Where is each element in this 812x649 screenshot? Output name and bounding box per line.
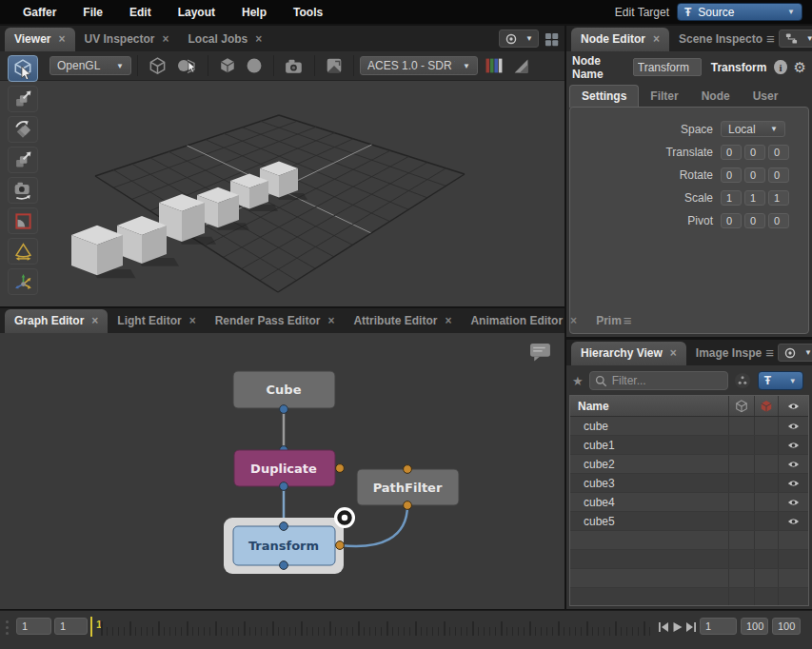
tab-node-editor[interactable]: Node Editor × <box>571 28 669 51</box>
shading-mode-cube-icon[interactable] <box>214 57 241 74</box>
translate-y-field[interactable]: 0 <box>744 145 765 160</box>
close-icon[interactable]: × <box>653 34 660 44</box>
translate-x-field[interactable]: 0 <box>721 145 742 160</box>
translate-tool-button[interactable] <box>8 86 38 112</box>
tab-attribute-editor[interactable]: Attribute Editor × <box>344 309 461 333</box>
drawing-mode-cube-icon[interactable] <box>144 57 171 75</box>
close-icon[interactable]: × <box>255 34 262 44</box>
viewer-focus-button[interactable]: ▼ <box>499 30 539 48</box>
timeline-range-field[interactable]: 100 <box>772 618 801 635</box>
tab-primitive-inspector[interactable]: Prim <box>586 309 622 333</box>
visibility-eye-toggle[interactable] <box>778 512 808 530</box>
annotation-bubble-icon[interactable] <box>529 343 551 362</box>
hierarchy-row[interactable]: cube1 <box>570 436 808 455</box>
menu-edit[interactable]: Edit <box>116 6 165 19</box>
timeline-current-field[interactable]: 1 <box>54 618 88 635</box>
renderer-dropdown[interactable]: OpenGL ▼ <box>50 56 131 75</box>
tab-menu-icon[interactable]: ≡ <box>765 344 774 361</box>
tab-image-inspector[interactable]: Image Inspe <box>686 342 763 365</box>
rotate-z-field[interactable]: 0 <box>768 167 789 183</box>
tab-menu-icon[interactable]: ≡ <box>766 30 775 47</box>
graph-canvas[interactable]: Cube Duplicate PathFilter <box>0 333 564 609</box>
info-icon[interactable]: i <box>774 60 786 74</box>
plug-out-pathfilter[interactable] <box>404 502 412 510</box>
hierarchy-row[interactable]: cube3 <box>570 474 808 493</box>
tab-scene-inspector[interactable]: Scene Inspecto <box>669 28 764 51</box>
tab-hierarchy-view[interactable]: Hierarchy View × <box>571 342 686 365</box>
node-name-input[interactable] <box>633 58 702 76</box>
hierarchy-row[interactable]: cube5 <box>570 512 808 531</box>
translate-z-field[interactable]: 0 <box>768 145 789 160</box>
name-column-header[interactable]: Name <box>570 400 728 413</box>
gear-icon[interactable]: ⚙ <box>794 59 806 76</box>
subtab-user[interactable]: User <box>742 86 790 108</box>
tab-animation-editor[interactable]: Animation Editor × <box>461 309 586 333</box>
menu-help[interactable]: Help <box>228 6 280 19</box>
tab-light-editor[interactable]: Light Editor × <box>108 309 205 333</box>
plug-in-transform[interactable] <box>280 522 288 531</box>
timeline-ruler[interactable] <box>101 620 651 638</box>
edit-scope-dropdown[interactable]: Ŧ ▼ <box>758 371 803 390</box>
hierarchy-row[interactable] <box>570 569 808 588</box>
skip-to-start-button[interactable] <box>657 620 670 634</box>
graph-node-pathfilter[interactable]: PathFilter <box>357 469 459 505</box>
rotate-x-field[interactable]: 0 <box>721 167 742 183</box>
bookmark-star-icon[interactable]: ★ <box>572 374 584 388</box>
ghost-cube-column-icon[interactable] <box>728 396 754 416</box>
visibility-eye-toggle[interactable] <box>778 531 808 549</box>
visibility-eye-toggle[interactable] <box>778 569 808 587</box>
pivot-x-field[interactable]: 0 <box>721 213 742 228</box>
tab-graph-editor[interactable]: Graph Editor × <box>5 309 108 333</box>
render-pass-icon[interactable] <box>321 57 347 74</box>
space-dropdown[interactable]: Local ▼ <box>721 121 785 137</box>
menu-tools[interactable]: Tools <box>280 6 336 19</box>
visibility-eye-toggle[interactable] <box>778 474 808 492</box>
visibility-column-icon[interactable] <box>778 396 808 416</box>
timeline-grip[interactable] <box>6 620 9 635</box>
close-icon[interactable]: × <box>670 348 677 358</box>
subtab-settings[interactable]: Settings <box>569 85 639 108</box>
graph-node-cube[interactable]: Cube <box>233 371 335 408</box>
menu-gaffer[interactable]: Gaffer <box>10 6 69 19</box>
rotate-tool-button[interactable] <box>8 116 38 143</box>
menu-layout[interactable]: Layout <box>165 6 228 19</box>
playhead[interactable] <box>90 617 92 637</box>
plug-filter-duplicate[interactable] <box>336 464 345 473</box>
visibility-eye-toggle[interactable] <box>778 436 808 454</box>
hierarchy-row[interactable] <box>570 588 808 606</box>
gizmo-tool-button[interactable] <box>8 268 38 295</box>
plug-in-pathfilter[interactable] <box>404 465 412 474</box>
close-icon[interactable]: × <box>445 316 451 325</box>
select-tool-button[interactable] <box>8 55 38 82</box>
light-tool-button[interactable] <box>8 238 38 265</box>
subtab-filter[interactable]: Filter <box>639 86 689 108</box>
play-button[interactable] <box>670 620 684 634</box>
hierarchy-row[interactable]: cube4 <box>570 493 808 512</box>
filter-input[interactable] <box>612 374 717 387</box>
tab-viewer[interactable]: Viewer × <box>5 28 75 51</box>
close-icon[interactable]: × <box>163 34 169 44</box>
close-icon[interactable]: × <box>327 316 334 325</box>
rotate-y-field[interactable]: 0 <box>744 167 765 183</box>
scale-tool-button[interactable] <box>8 147 38 173</box>
menu-file[interactable]: File <box>69 6 116 19</box>
visibility-eye-toggle[interactable] <box>778 493 808 511</box>
tab-menu-icon[interactable]: ≡ <box>624 312 632 328</box>
layout-grid-icon[interactable] <box>545 32 559 47</box>
hierarchy-row[interactable] <box>570 550 808 569</box>
colorspace-dropdown[interactable]: ACES 1.0 - SDR Video ▼ <box>360 56 478 75</box>
close-icon[interactable]: × <box>189 316 196 325</box>
exposure-gamma-icon[interactable] <box>508 58 534 74</box>
scale-y-field[interactable]: 1 <box>744 190 765 206</box>
edit-target-dropdown[interactable]: Ŧ Source ▼ <box>677 3 802 21</box>
close-icon[interactable]: × <box>91 316 98 325</box>
selection-mode-icon[interactable] <box>171 57 202 75</box>
tab-render-pass-editor[interactable]: Render Pass Editor × <box>206 309 345 333</box>
subtab-node[interactable]: Node <box>690 86 742 108</box>
pivot-z-field[interactable]: 0 <box>768 213 789 228</box>
hierarchy-focus-button[interactable]: ▼ <box>778 344 812 362</box>
timeline-start-field[interactable]: 1 <box>16 618 51 635</box>
tab-local-jobs[interactable]: Local Jobs × <box>179 28 272 51</box>
visibility-eye-toggle[interactable] <box>778 588 808 606</box>
plug-out-cube[interactable] <box>280 405 288 414</box>
